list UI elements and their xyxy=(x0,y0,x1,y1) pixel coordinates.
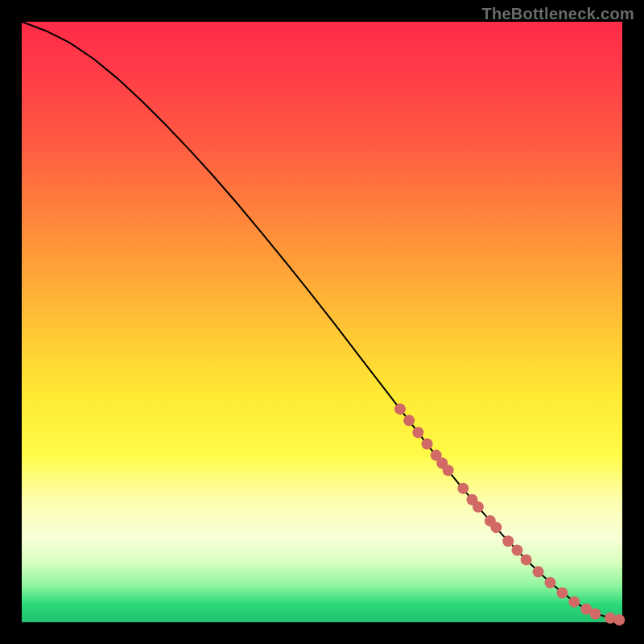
data-marker xyxy=(394,403,406,415)
data-marker xyxy=(403,415,415,426)
data-marker xyxy=(473,502,484,513)
data-marker xyxy=(544,577,555,588)
data-marker xyxy=(511,544,522,555)
plot-area xyxy=(22,22,622,622)
chart-stage: TheBottleneck.com xyxy=(0,0,644,644)
curve-line xyxy=(22,22,622,620)
data-marker xyxy=(613,614,625,625)
data-marker xyxy=(533,566,544,577)
data-marker xyxy=(457,483,469,494)
marker-layer xyxy=(394,403,625,625)
data-marker xyxy=(490,522,502,533)
data-marker xyxy=(521,554,532,565)
data-marker xyxy=(443,464,454,476)
watermark-text: TheBottleneck.com xyxy=(481,5,634,23)
data-marker xyxy=(412,427,423,438)
chart-svg xyxy=(22,22,622,622)
data-marker xyxy=(568,597,580,608)
data-marker xyxy=(556,587,568,598)
data-marker xyxy=(422,438,433,449)
data-marker xyxy=(589,609,601,620)
data-marker xyxy=(502,535,514,547)
